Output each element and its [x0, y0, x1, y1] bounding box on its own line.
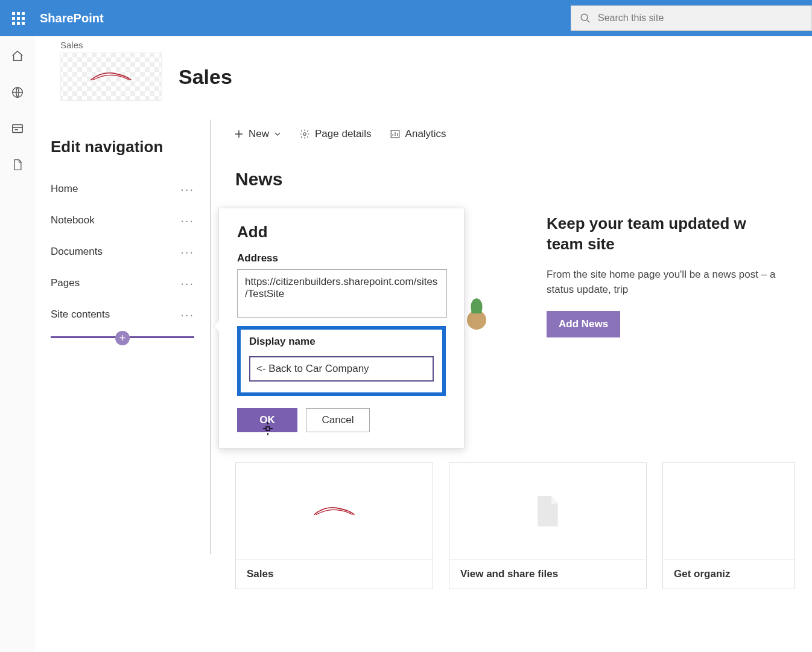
gear-icon [299, 129, 310, 139]
card-image [236, 463, 433, 559]
quick-links-cards: Sales View and share files Get organiz [235, 462, 795, 589]
more-icon[interactable]: ··· [180, 245, 194, 259]
car-logo-icon [310, 502, 358, 520]
card-sales[interactable]: Sales [235, 462, 433, 589]
search-icon [580, 13, 591, 24]
add-nav-item-button[interactable]: + [115, 331, 130, 345]
nav-label: Site contents [51, 308, 110, 321]
add-link-callout: Add Address Display name OK Cancel [218, 208, 465, 449]
brand-label[interactable]: SharePoint [40, 11, 104, 25]
news-illustration [465, 284, 489, 334]
address-label: Address [237, 252, 446, 264]
app-rail [0, 36, 35, 652]
analytics-button[interactable]: Analytics [390, 128, 446, 140]
nav-item-site-contents[interactable]: Site contents··· [51, 299, 194, 330]
card-image [449, 463, 646, 559]
news-heading: News [235, 169, 812, 190]
analytics-label: Analytics [405, 128, 446, 140]
suite-bar: SharePoint [0, 0, 812, 36]
svg-point-8 [303, 133, 306, 136]
news-icon[interactable] [11, 122, 24, 135]
edit-navigation-panel: Edit navigation Home··· Notebook··· Docu… [35, 120, 211, 554]
chart-icon [390, 129, 401, 139]
content-area: News Keep your team updated wteam site F… [235, 169, 812, 205]
callout-title: Add [237, 223, 446, 241]
display-name-input[interactable] [249, 356, 434, 382]
nav-item-home[interactable]: Home··· [51, 173, 194, 205]
nav-item-notebook[interactable]: Notebook··· [51, 205, 194, 236]
svg-point-0 [581, 14, 588, 21]
more-icon[interactable]: ··· [180, 276, 194, 290]
svg-line-1 [587, 20, 589, 22]
display-name-highlight: Display name [237, 326, 446, 396]
page-details-button[interactable]: Page details [299, 128, 372, 140]
breadcrumb[interactable]: Sales [60, 40, 232, 50]
edit-nav-title: Edit navigation [51, 138, 194, 156]
add-news-button[interactable]: Add News [547, 311, 620, 337]
page-details-label: Page details [315, 128, 372, 140]
plus-icon [234, 129, 244, 139]
nav-item-pages[interactable]: Pages··· [51, 267, 194, 299]
file-icon[interactable] [11, 158, 24, 171]
waffle-icon [12, 12, 25, 25]
news-promo: Keep your team updated wteam site From t… [547, 214, 800, 337]
document-icon [533, 493, 563, 529]
svg-rect-3 [13, 125, 23, 133]
nav-label: Pages [51, 277, 80, 289]
page-title: Sales [179, 65, 232, 89]
more-icon[interactable]: ··· [180, 214, 194, 228]
address-input[interactable] [237, 269, 447, 318]
chevron-down-icon [274, 130, 281, 138]
new-button[interactable]: New [234, 128, 281, 140]
car-logo-icon [87, 68, 135, 86]
home-icon[interactable] [11, 50, 24, 63]
more-icon[interactable]: ··· [180, 182, 194, 196]
card-organize[interactable]: Get organiz [662, 462, 795, 589]
card-files[interactable]: View and share files [449, 462, 647, 589]
nav-label: Notebook [51, 214, 95, 226]
cancel-button[interactable]: Cancel [306, 408, 370, 432]
news-promo-title: Keep your team updated wteam site [547, 214, 800, 255]
site-header: Sales Sales [60, 40, 232, 101]
ok-button[interactable]: OK [237, 408, 297, 432]
display-name-label: Display name [249, 336, 434, 348]
nav-label: Documents [51, 246, 103, 258]
card-label: Sales [236, 559, 433, 589]
insert-position-line: + [51, 336, 194, 338]
app-launcher-icon[interactable] [7, 7, 29, 29]
nav-label: Home [51, 183, 78, 195]
news-promo-body: From the site home page you'll be a news… [547, 267, 800, 298]
card-label: Get organiz [663, 559, 795, 589]
more-icon[interactable]: ··· [180, 308, 194, 322]
command-bar: New Page details Analytics [234, 128, 446, 140]
site-logo[interactable] [60, 53, 162, 101]
card-label: View and share files [449, 559, 646, 589]
card-image [663, 463, 795, 559]
nav-item-documents[interactable]: Documents··· [51, 236, 194, 267]
search-input[interactable] [598, 13, 803, 24]
new-label: New [249, 128, 269, 140]
site-search[interactable] [571, 5, 812, 31]
globe-icon[interactable] [11, 86, 24, 99]
